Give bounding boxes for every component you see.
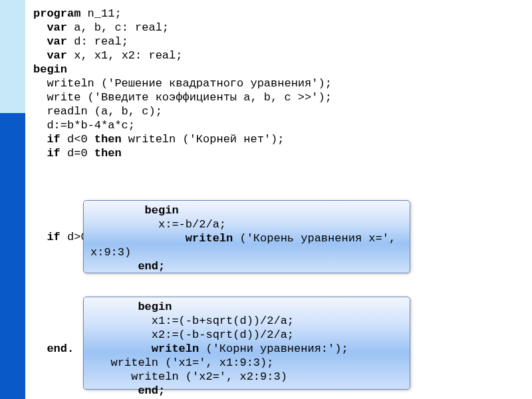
kw-if: if: [33, 133, 61, 146]
gap: [33, 301, 40, 313]
code-text: d=0: [61, 147, 94, 160]
kw-end: end;: [90, 260, 165, 273]
code-box-d-greater-0: begin x1:=(-b+sqrt(d))/2/a; x2:=(-b-sqrt…: [83, 297, 410, 390]
code-text: d<0: [61, 133, 94, 146]
code-text: x1:=(-b+sqrt(d))/2/a;: [90, 315, 294, 327]
gap: [33, 273, 40, 285]
code-text: x2:=(-b-sqrt(d))/2/a;: [90, 329, 294, 341]
gap: [33, 315, 40, 327]
kw-var: var: [33, 35, 67, 48]
sidebar-stripe: [0, 0, 25, 399]
code-text: writeln ('Корней нет');: [122, 133, 285, 146]
kw-var: var: [33, 21, 67, 34]
code-text: a, b, c: real;: [67, 21, 169, 34]
code-text: n_11;: [80, 7, 121, 20]
kw-writeln: writeln: [90, 232, 233, 245]
code-text: x:9:3): [90, 246, 131, 259]
kw-if: if: [33, 231, 61, 243]
kw-then: then: [94, 147, 122, 160]
kw-begin: begin: [33, 63, 67, 76]
code-text: d:=b*b-4*a*c;: [33, 119, 135, 132]
gap: [33, 287, 40, 299]
code-box-d-equals-0: begin x:=-b/2/a; writeln ('Корень уравне…: [83, 200, 410, 273]
gap: [33, 259, 40, 271]
code-text: d: real;: [67, 35, 128, 48]
code-text: writeln ('Решение квадратного уравнения'…: [33, 77, 332, 90]
code-text: x:=-b/2/a;: [90, 218, 226, 231]
code-text: writeln ('x2=', x2:9:3): [90, 370, 287, 383]
code-text: x, x1, x2: real;: [67, 49, 182, 62]
gap: [33, 175, 40, 188]
code-text: write ('Введите коэффициенты a, b, c >>'…: [33, 91, 332, 104]
gap: [33, 217, 40, 229]
code-text: readln (a, b, c);: [33, 105, 162, 118]
gap: [33, 161, 40, 174]
code-text: writeln ('x1=', x1:9:3);: [90, 356, 273, 369]
code-text: ('Корни уравнения:');: [199, 342, 348, 355]
code-text: ('Корень уравнения x=',: [233, 232, 396, 245]
gap: [33, 189, 40, 201]
kw-end: end;: [90, 384, 165, 397]
kw-writeln: writeln: [90, 342, 199, 355]
kw-program: program: [33, 7, 80, 20]
kw-then: then: [94, 133, 122, 146]
gap: [33, 203, 40, 215]
kw-begin: begin: [90, 204, 179, 217]
kw-var: var: [33, 49, 67, 62]
kw-begin: begin: [90, 301, 172, 313]
sidebar-top-block: [0, 0, 25, 113]
kw-end: end.: [33, 342, 74, 355]
gap: [33, 329, 40, 341]
kw-if: if: [33, 147, 61, 160]
gap: [33, 245, 40, 257]
